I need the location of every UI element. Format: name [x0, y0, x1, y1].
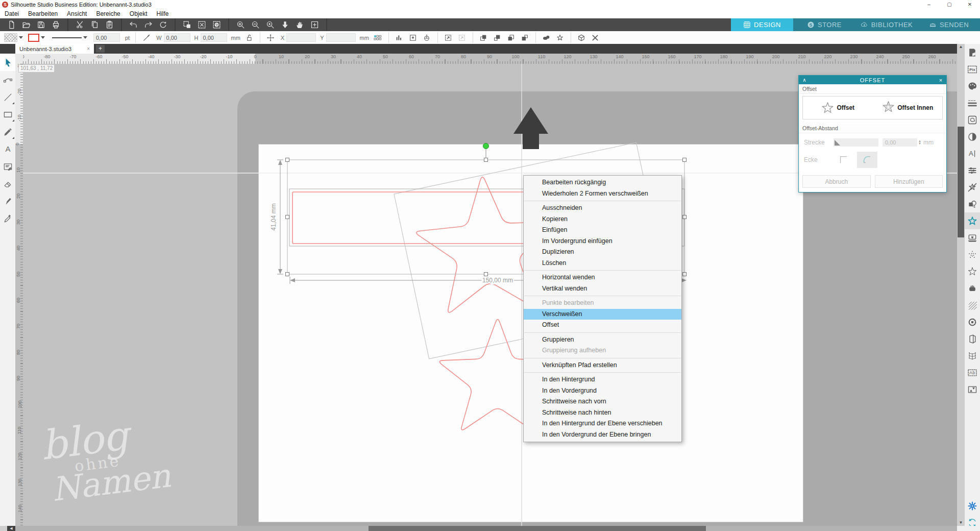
distance-input[interactable]: 0,00 [883, 138, 917, 147]
scale-button[interactable] [442, 32, 455, 43]
fill-pattern-swatch[interactable] [4, 33, 17, 42]
new-document-button[interactable] [4, 19, 19, 31]
nav-bibliothek[interactable]: BIBLIOTHEK [855, 18, 918, 31]
send-backward-button[interactable] [518, 32, 532, 43]
panel-send-to-silhouette[interactable] [965, 229, 980, 246]
panel-pop-up-creator[interactable] [965, 330, 980, 347]
redo-all-button[interactable] [156, 19, 170, 31]
context-item-in-den-hintergrund-der-ebene-verschieben[interactable]: In den Hintergrund der Ebene verschieben [524, 418, 681, 429]
delete-button[interactable] [589, 32, 602, 43]
context-item-verschwei-en[interactable]: Verschweißen [524, 309, 681, 320]
zoom-in-button[interactable] [233, 19, 248, 31]
panel-shadow[interactable] [965, 128, 980, 145]
paste-in-front-button[interactable] [180, 19, 194, 31]
weld-button[interactable] [540, 32, 553, 43]
align-objects-button[interactable] [393, 32, 406, 43]
context-item-vertikal-wenden[interactable]: Vertikal wenden [524, 283, 681, 295]
stroke-width-input[interactable]: 0,00 [93, 33, 120, 42]
tool-eraser[interactable] [0, 175, 15, 192]
selection-handle[interactable] [484, 158, 488, 162]
tab-close-icon[interactable]: × [87, 46, 90, 52]
horizontal-scroll-thumb[interactable] [369, 526, 706, 531]
tool-text[interactable]: A [0, 140, 15, 158]
redo-button[interactable] [141, 19, 156, 31]
cancel-button[interactable]: Abbruch [802, 175, 871, 188]
selection-handle[interactable] [286, 273, 289, 276]
rotate-center-button[interactable] [420, 32, 434, 43]
print-button[interactable] [48, 19, 63, 31]
nav-design[interactable]: DESIGN [731, 18, 793, 31]
tool-point-edit[interactable] [0, 71, 15, 88]
selection-handle[interactable] [683, 158, 687, 162]
selection-handle[interactable] [683, 273, 687, 276]
collapse-icon[interactable]: ∧ [799, 77, 810, 83]
width-input[interactable]: 0,00 [164, 33, 190, 42]
panel-warp[interactable] [965, 347, 980, 364]
x-input[interactable] [286, 33, 316, 42]
context-item-einf-gen[interactable]: Einfügen [524, 225, 681, 236]
object-3d-button[interactable] [575, 32, 589, 43]
menu-bereiche[interactable]: Bereiche [91, 9, 125, 18]
scroll-left-icon[interactable]: ◀ [7, 526, 15, 531]
context-item-offset[interactable]: Offset [524, 320, 681, 331]
vertical-scroll-thumb[interactable] [958, 127, 964, 237]
menu-ansicht[interactable]: Ansicht [62, 9, 91, 18]
panel-line-style[interactable] [965, 94, 980, 111]
panel-nesting[interactable] [965, 381, 980, 398]
tool-line[interactable] [0, 88, 15, 106]
context-item-in-den-vordergrund-der-ebene-bringen[interactable]: In den Vordergrund der Ebene bringen [524, 429, 681, 441]
context-item-bearbeiten-r-ckg-ngig[interactable]: Bearbeiten rückgängig [524, 177, 681, 188]
panel-hatch-fill[interactable] [965, 297, 980, 313]
open-button[interactable] [19, 19, 34, 31]
maximize-button[interactable]: ▢ [939, 0, 960, 9]
new-tab-button[interactable]: + [96, 45, 105, 53]
fill-pattern-caret[interactable] [19, 36, 23, 41]
context-item-ausschneiden[interactable]: Ausschneiden [524, 203, 681, 214]
panel-pixscan[interactable]: Pix [965, 61, 980, 78]
menu-hilfe[interactable]: Hilfe [152, 9, 173, 18]
nav-senden[interactable]: SENDEN [918, 18, 980, 31]
recolor-selection-button[interactable] [209, 19, 224, 31]
context-item-in-den-hintergrund[interactable]: In den Hintergrund [524, 374, 681, 385]
scroll-up-icon[interactable]: ▲ [957, 44, 965, 50]
tool-select[interactable] [0, 54, 15, 71]
panel-close-icon[interactable]: × [935, 77, 946, 83]
panel-emboss[interactable] [965, 280, 980, 297]
horizontal-scrollbar[interactable]: ◀ [0, 526, 957, 531]
context-item-verkn-pften-pfad-erstellen[interactable]: Verknüpften Pfad erstellen [524, 360, 681, 371]
menu-bearbeiten[interactable]: Bearbeiten [23, 9, 62, 18]
context-item-kopieren[interactable]: Kopieren [524, 214, 681, 225]
corner-sharp-button[interactable] [834, 152, 854, 168]
context-item-horizontal-wenden[interactable]: Horizontal wenden [524, 272, 681, 283]
panel-stipple[interactable] [965, 263, 980, 280]
panel-offset[interactable] [965, 212, 980, 229]
menu-objekt[interactable]: Objekt [125, 9, 152, 18]
zoom-out-full-button[interactable] [278, 19, 292, 31]
panel-text-style[interactable]: A [965, 145, 980, 162]
context-item-schrittweise-nach-vorn[interactable]: Schrittweise nach vorn [524, 396, 681, 407]
stroke-color-caret[interactable] [41, 36, 45, 41]
copy-button[interactable] [87, 19, 102, 31]
line-style-caret[interactable] [83, 36, 87, 41]
menu-datei[interactable]: Datei [0, 9, 23, 18]
undo-button[interactable] [126, 19, 141, 31]
tab-document[interactable]: Unbenannt-3.studio3 × [15, 44, 94, 54]
grid-options-button[interactable] [371, 32, 385, 43]
panel-rhinestone[interactable] [965, 313, 980, 330]
zoom-out-button[interactable] [248, 19, 263, 31]
zoom-selection-button[interactable] [263, 19, 278, 31]
context-item-schrittweise-nach-hinten[interactable]: Schrittweise nach hinten [524, 407, 681, 419]
tool-rectangle[interactable] [0, 106, 15, 123]
panel-fill-pattern[interactable] [965, 111, 980, 128]
panel-sketch[interactable] [965, 246, 980, 263]
distance-spinner[interactable]: ▲▼ [918, 140, 921, 145]
rotate-handle[interactable] [483, 143, 489, 149]
line-tool-button[interactable] [139, 32, 153, 43]
panel-preferences[interactable] [965, 497, 980, 514]
tool-note[interactable] [0, 158, 15, 175]
selection-handle[interactable] [683, 215, 687, 219]
context-item-in-den-vordergrund[interactable]: In den Vordergrund [524, 385, 681, 397]
save-button[interactable] [34, 19, 48, 31]
aspect-lock-button[interactable] [242, 32, 256, 43]
paste-button[interactable] [102, 19, 117, 31]
